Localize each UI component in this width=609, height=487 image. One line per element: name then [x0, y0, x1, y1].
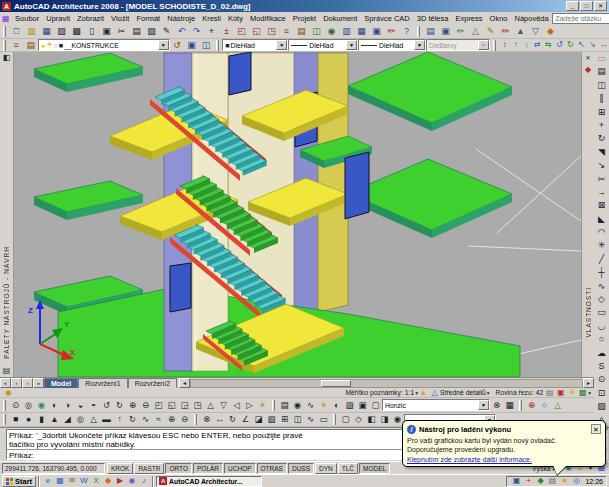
line-icon[interactable]: ╱ [595, 253, 609, 266]
display-settings-tray-icon[interactable]: ▣ [510, 475, 522, 487]
toggle-duss[interactable]: DUSS [288, 463, 314, 474]
3d-pan-icon[interactable]: ⊙ [9, 399, 22, 412]
volume-tray-icon[interactable]: ◎ [570, 475, 582, 487]
annotation-lock-icon[interactable]: ◉ [3, 387, 14, 399]
vs-hidden-icon[interactable]: ◧ [365, 413, 378, 426]
toolbar-grip[interactable] [3, 400, 6, 411]
layer-thaw-icon[interactable]: ↻ [565, 39, 576, 51]
toolbar-grip[interactable] [3, 40, 6, 51]
cut-plane-edit-icon[interactable]: ▤ [544, 387, 555, 399]
excel-icon[interactable]: X [90, 475, 102, 487]
toggle-model[interactable]: MODEL [359, 463, 390, 474]
messenger-icon[interactable]: ◉ [126, 475, 138, 487]
fly-icon[interactable]: ↻ [113, 399, 126, 412]
restore-button[interactable]: □ [580, 1, 593, 11]
light-toggle-icon[interactable]: ☀ [566, 387, 577, 399]
revision-cloud-icon[interactable]: ☁ [595, 347, 609, 360]
toolbar-grip[interactable] [417, 26, 420, 37]
scrollbar-thumb[interactable] [321, 380, 351, 387]
layer-hide-icon[interactable]: ⇄ [532, 39, 543, 51]
helix-icon[interactable]: ∿ [304, 413, 317, 426]
insert-block-icon[interactable]: ⊡ [595, 387, 609, 400]
show-desktop-icon[interactable]: ▦ [54, 475, 66, 487]
layer-walk-icon[interactable]: ↔ [598, 39, 609, 51]
extend-icon[interactable]: → [595, 186, 609, 199]
powerpoint-icon[interactable]: ◆ [102, 475, 114, 487]
redo-icon[interactable]: ↷ [189, 25, 204, 38]
layer-control-icon[interactable]: ▤ [294, 25, 309, 38]
layer-states-manager-icon[interactable]: ▤ [23, 39, 38, 52]
layer-dropdown-arrow[interactable]: ▼ [158, 40, 169, 50]
mail-icon[interactable]: ✉ [66, 475, 78, 487]
menu-item[interactable]: Nápověda [511, 14, 552, 23]
scrollbar-track[interactable] [190, 379, 583, 388]
swivel-icon[interactable]: ◓ [87, 399, 100, 412]
arc-icon[interactable]: ◡ [595, 320, 609, 333]
updates-tray-icon[interactable]: ★ [558, 475, 570, 487]
make-object-layer-current-icon[interactable]: ↕ [499, 39, 510, 51]
toggle-rastr[interactable]: RASTR [134, 463, 164, 474]
display-manager-icon[interactable]: ▣ [438, 25, 453, 38]
balloon-link[interactable]: Klepnutím zde zobrazte další informace. [407, 456, 601, 463]
intersect-icon[interactable]: ⊗ [200, 413, 213, 426]
toolbar-grip[interactable] [519, 400, 522, 411]
aec-dimension-icon[interactable]: ✎ [483, 25, 498, 38]
palette-close-icon[interactable]: ✕ [583, 52, 594, 64]
open-icon[interactable]: ▥ [24, 25, 39, 38]
construction-line-icon[interactable]: ┼ [595, 266, 609, 279]
zoom-in-icon[interactable]: ⊕ [126, 399, 139, 412]
publish-icon[interactable]: ▣ [99, 25, 114, 38]
3d-zoom-icon[interactable]: ◎ [22, 399, 35, 412]
layer-isolate-icon[interactable]: ↓ [521, 39, 532, 51]
toggle-uchop[interactable]: UCHOP [224, 463, 255, 474]
napkin-sketch-icon[interactable]: ✏ [498, 25, 513, 38]
toggle-orto[interactable]: ORTO [165, 463, 192, 474]
polysolid-icon[interactable]: ▬ [100, 413, 113, 426]
erase-icon[interactable]: ▭ [595, 52, 609, 65]
status-tray-arrow-icon[interactable]: ▾ [588, 390, 591, 396]
tool-palettes-strip[interactable]: ◧ PALETY NÁSTROJŮ - NÁVRH ▤ [0, 52, 14, 377]
orbit-free-icon[interactable]: ◑ [61, 399, 74, 412]
match-properties-icon[interactable]: ✎ [159, 25, 174, 38]
move-icon[interactable]: + [595, 119, 609, 132]
view-right-icon[interactable]: ◳ [191, 399, 204, 412]
cone-icon[interactable]: ▲ [48, 413, 61, 426]
ucs-3point-icon[interactable]: △ [551, 399, 564, 412]
sun-status-icon[interactable]: ☀ [256, 399, 269, 412]
undo-icon[interactable]: ↶ [174, 25, 189, 38]
camera-icon[interactable]: ◉ [291, 399, 304, 412]
lineweight-select[interactable]: DleHlad ▼ [358, 39, 426, 51]
aec-modify-icon[interactable]: △ [468, 25, 483, 38]
help-icon[interactable]: ? [399, 25, 414, 38]
stretch-icon[interactable]: ↘ [595, 159, 609, 172]
close-button[interactable]: ✕ [594, 1, 607, 11]
sphere-icon[interactable]: ● [22, 413, 35, 426]
orbit-constrained-icon[interactable]: ◐ [48, 399, 61, 412]
toggle-tlc[interactable]: TLČ [338, 463, 358, 474]
menu-item[interactable]: Správce CAD [361, 14, 413, 23]
3d-align-icon[interactable]: ∠ [239, 413, 252, 426]
subtract-icon[interactable]: ⊖ [178, 413, 191, 426]
color-dropdown-arrow[interactable]: ▼ [276, 40, 287, 50]
qnew-icon[interactable]: □ [9, 25, 24, 38]
make-current-icon[interactable]: ↺ [170, 39, 185, 52]
light-icon[interactable]: ☀ [317, 399, 330, 412]
chamfer-icon[interactable]: ◣ [595, 213, 609, 226]
menu-item[interactable]: Dokument [320, 14, 361, 23]
scale-icon[interactable]: ◥ [595, 146, 609, 159]
coordinates-display[interactable]: 299411.726, 163790.495, 0.000 [2, 463, 105, 474]
layer-on-icon[interactable]: ● [41, 42, 45, 49]
annotation-visibility-icon[interactable]: ▲ [418, 387, 429, 399]
spotlight-icon[interactable]: ◐ [330, 399, 343, 412]
winamp-icon[interactable]: ♪ [138, 475, 150, 487]
ucs-world-icon[interactable]: ○ [538, 399, 551, 412]
named-view-select[interactable]: Honzic ▼ [382, 399, 490, 411]
menu-item[interactable]: Express [452, 14, 486, 23]
toggle-krok[interactable]: KROK [107, 463, 133, 474]
layer-previous-icon[interactable]: ▣ [184, 39, 199, 52]
view-nw-iso-icon[interactable]: ▽ [217, 399, 230, 412]
content-browser-icon[interactable]: ◉ [324, 25, 339, 38]
explode-icon[interactable]: ✳ [595, 239, 609, 252]
internet-explorer-icon[interactable]: e [42, 475, 54, 487]
sheet-set-icon[interactable]: ▨ [54, 25, 69, 38]
